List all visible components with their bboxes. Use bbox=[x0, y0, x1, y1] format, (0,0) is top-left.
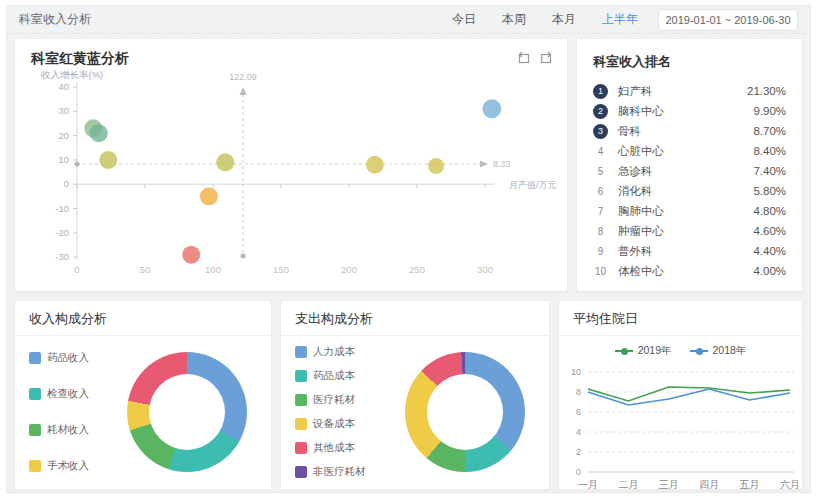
legend-swatch bbox=[295, 394, 307, 406]
ranking-panel-title: 科室收入排名 bbox=[593, 53, 786, 71]
expense-donut-chart[interactable] bbox=[405, 352, 525, 472]
line-series[interactable] bbox=[588, 389, 790, 405]
department-name: 肿瘤中心 bbox=[618, 224, 664, 239]
legend-item[interactable]: 非医疗耗材 bbox=[295, 465, 366, 479]
svg-text:-30: -30 bbox=[55, 251, 69, 262]
chart-toolbox bbox=[517, 51, 553, 65]
ranking-row: 7胸肺中心4.80% bbox=[593, 201, 786, 221]
line-legend: 2019年2018年 bbox=[559, 336, 802, 358]
department-name: 急诊科 bbox=[618, 164, 653, 179]
department-name: 心脏中心 bbox=[618, 144, 664, 159]
date-range-picker[interactable]: 2019-01-01 ~ 2019-06-30 bbox=[658, 9, 798, 31]
ranking-row: 8肿瘤中心4.60% bbox=[593, 221, 786, 241]
ranking-row: 5急诊科7.40% bbox=[593, 161, 786, 181]
svg-text:收入增长率(%): 收入增长率(%) bbox=[41, 70, 103, 80]
stay-panel-title: 平均住院日 bbox=[559, 301, 802, 336]
line-legend-label: 2019年 bbox=[638, 344, 672, 358]
ranking-list: 1妇产科21.30%2脑科中心9.90%3骨科8.70%4心脏中心8.40%5急… bbox=[593, 81, 786, 281]
scatter-bubble[interactable] bbox=[99, 151, 117, 169]
ranking-row: 6消化科5.80% bbox=[593, 181, 786, 201]
refresh-icon[interactable] bbox=[539, 51, 553, 65]
svg-text:月产值/万元: 月产值/万元 bbox=[509, 180, 557, 190]
rank-badge: 4 bbox=[593, 146, 608, 157]
scatter-bubble[interactable] bbox=[366, 156, 384, 174]
scatter-bubble[interactable] bbox=[182, 246, 200, 264]
svg-text:四月: 四月 bbox=[699, 479, 719, 490]
ranking-row: 1妇产科21.30% bbox=[593, 81, 786, 101]
line-legend-item[interactable]: 2018年 bbox=[690, 344, 747, 358]
legend-item[interactable]: 其他成本 bbox=[295, 441, 366, 455]
legend-item[interactable]: 医疗耗材 bbox=[295, 393, 366, 407]
income-pie-body: 药品收入检查收入耗材收入手术收入 bbox=[15, 336, 271, 488]
department-percent: 8.70% bbox=[753, 125, 786, 137]
svg-text:五月: 五月 bbox=[739, 479, 759, 490]
svg-text:一月: 一月 bbox=[578, 479, 598, 490]
department-percent: 7.40% bbox=[753, 165, 786, 177]
line-legend-item[interactable]: 2019年 bbox=[615, 344, 672, 358]
legend-swatch bbox=[295, 370, 307, 382]
scatter-panel-title: 科室红黄蓝分析 bbox=[15, 39, 567, 68]
time-filter-tab[interactable]: 今日 bbox=[452, 11, 476, 28]
time-filter-group: 今日本周本月上半年 bbox=[426, 11, 638, 28]
legend-label: 医疗耗材 bbox=[313, 393, 355, 407]
scatter-bubble[interactable] bbox=[90, 124, 108, 142]
svg-text:4: 4 bbox=[575, 427, 580, 437]
income-panel: 收入构成分析 药品收入检查收入耗材收入手术收入 bbox=[14, 300, 272, 490]
stay-panel: 平均住院日 2019年2018年 0246810一月二月三月四月五月六月 bbox=[558, 300, 803, 490]
legend-label: 耗材收入 bbox=[47, 423, 89, 437]
rank-badge: 6 bbox=[593, 186, 608, 197]
legend-label: 人力成本 bbox=[313, 345, 355, 359]
expense-legend: 人力成本药品成本医疗耗材设备成本其他成本非医疗耗材 bbox=[295, 340, 366, 484]
main-row: 科室红黄蓝分析 收入增长率(%)403020100-10-20-30050100… bbox=[14, 38, 803, 292]
svg-text:30: 30 bbox=[58, 105, 69, 116]
svg-text:六月: 六月 bbox=[780, 479, 800, 490]
time-filter-tab[interactable]: 上半年 bbox=[602, 11, 638, 28]
legend-item[interactable]: 手术收入 bbox=[29, 459, 89, 473]
department-percent: 21.30% bbox=[747, 85, 786, 97]
legend-label: 药品收入 bbox=[47, 351, 89, 365]
page-title: 科室收入分析 bbox=[19, 11, 91, 28]
department-percent: 4.00% bbox=[753, 265, 786, 277]
expense-pie-body: 人力成本药品成本医疗耗材设备成本其他成本非医疗耗材 bbox=[281, 336, 549, 488]
legend-label: 非医疗耗材 bbox=[313, 465, 366, 479]
rank-badge: 5 bbox=[593, 166, 608, 177]
svg-text:-10: -10 bbox=[55, 203, 69, 214]
svg-text:8.33: 8.33 bbox=[493, 159, 511, 169]
legend-item[interactable]: 人力成本 bbox=[295, 345, 366, 359]
restore-icon[interactable] bbox=[517, 51, 531, 65]
legend-item[interactable]: 药品收入 bbox=[29, 351, 89, 365]
scatter-bubble[interactable] bbox=[482, 99, 501, 118]
svg-text:40: 40 bbox=[58, 81, 69, 92]
legend-swatch bbox=[29, 424, 41, 436]
scatter-chart[interactable]: 收入增长率(%)403020100-10-20-3005010015020025… bbox=[17, 70, 567, 282]
legend-item[interactable]: 耗材收入 bbox=[29, 423, 89, 437]
svg-text:200: 200 bbox=[341, 264, 357, 275]
income-donut-chart[interactable] bbox=[127, 352, 247, 472]
department-name: 妇产科 bbox=[618, 84, 653, 99]
ranking-panel: 科室收入排名 1妇产科21.30%2脑科中心9.90%3骨科8.70%4心脏中心… bbox=[576, 38, 803, 292]
legend-label: 检查收入 bbox=[47, 387, 89, 401]
time-filter-tab[interactable]: 本周 bbox=[502, 11, 526, 28]
legend-item[interactable]: 药品成本 bbox=[295, 369, 366, 383]
department-percent: 8.40% bbox=[753, 145, 786, 157]
rank-badge: 1 bbox=[593, 84, 608, 99]
scatter-bubble[interactable] bbox=[428, 158, 444, 174]
svg-text:0: 0 bbox=[575, 467, 580, 477]
svg-text:122.09: 122.09 bbox=[229, 72, 257, 82]
time-filter-tab[interactable]: 本月 bbox=[552, 11, 576, 28]
scatter-bubble[interactable] bbox=[200, 187, 218, 205]
ranking-row: 10体检中心4.00% bbox=[593, 261, 786, 281]
legend-label: 设备成本 bbox=[313, 417, 355, 431]
department-percent: 4.80% bbox=[753, 205, 786, 217]
legend-item[interactable]: 设备成本 bbox=[295, 417, 366, 431]
svg-text:三月: 三月 bbox=[658, 479, 678, 490]
svg-text:100: 100 bbox=[205, 264, 221, 275]
scatter-bubble[interactable] bbox=[216, 153, 234, 171]
income-legend: 药品收入检查收入耗材收入手术收入 bbox=[29, 340, 89, 484]
avg-stay-line-chart[interactable]: 0246810一月二月三月四月五月六月 bbox=[562, 360, 800, 496]
svg-text:0: 0 bbox=[74, 264, 79, 275]
line-legend-marker bbox=[615, 350, 633, 352]
legend-item[interactable]: 检查收入 bbox=[29, 387, 89, 401]
ranking-row: 9普外科4.40% bbox=[593, 241, 786, 261]
rank-badge: 7 bbox=[593, 206, 608, 217]
